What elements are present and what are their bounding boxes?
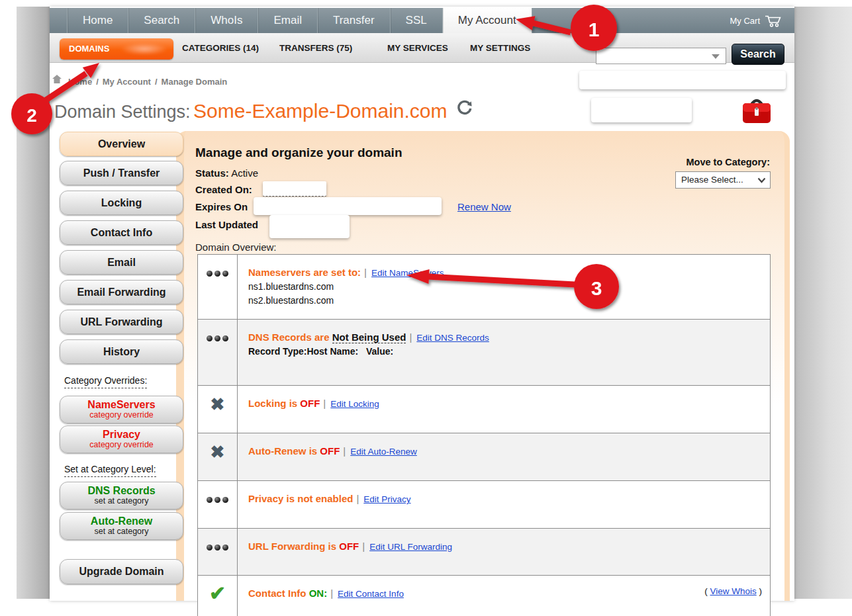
row-edit-link-4[interactable]: Edit Privacy	[363, 494, 410, 504]
top-nav-tab-whois[interactable]: WhoIs	[195, 8, 258, 33]
sidebar-override-nameservers-subtitle: category override	[60, 410, 183, 419]
row-title-line: URL Forwarding is OFF|Edit URL Forwardin…	[248, 541, 452, 552]
pipe-separator: |	[356, 493, 359, 504]
sub-nav-domains-button[interactable]: DOMAINS	[60, 38, 173, 60]
top-nav-tab-email[interactable]: Email	[258, 8, 318, 33]
overview-row-0: Nameservers are set to:|Edit NameServers…	[198, 255, 770, 320]
dots-icon	[207, 269, 228, 277]
row-icon-cell	[198, 529, 238, 575]
move-to-category-label: Move to Category:	[626, 157, 770, 167]
chevron-down-icon	[712, 54, 720, 59]
domains-label: DOMAINS	[69, 44, 109, 54]
row-title-part: Contact Info	[248, 588, 307, 599]
sidebar-item-overview[interactable]: Overview	[60, 132, 183, 156]
dots-icon	[207, 334, 228, 342]
sidebar-override-privacy[interactable]: Privacycategory override	[60, 425, 183, 453]
breadcrumb-current: Manage Domain	[162, 77, 228, 87]
row-detail-line: ns2.bluestardns.com	[248, 295, 444, 306]
row-detail-line: ns1.bluestardns.com	[248, 281, 444, 292]
row-icon-cell	[198, 481, 238, 528]
page-title: Domain Settings: Some-Example-Domain.com	[54, 99, 473, 122]
row-icon-cell: ✔	[198, 576, 238, 616]
row-edit-link-3[interactable]: Edit Auto-Renew	[350, 447, 417, 457]
status-line: Status: Active	[195, 167, 258, 179]
sidebar-item-url-forwarding[interactable]: URL Forwarding	[60, 310, 183, 334]
dot	[214, 335, 220, 341]
breadcrumb-home[interactable]: Home	[68, 77, 92, 87]
row-icon-cell: ✖	[198, 386, 238, 433]
row-icon-cell	[198, 255, 238, 319]
sidebar-override-nameservers[interactable]: NameServerscategory override	[60, 396, 183, 423]
sidebar-override-nameservers-title: NameServers	[60, 399, 183, 410]
row-title-part: OFF	[339, 541, 359, 552]
top-nav: HomeSearchWhoIsEmailTransferSSLMy Accoun…	[50, 8, 794, 33]
sidebar-item-push-transfer[interactable]: Push / Transfer	[60, 161, 183, 185]
sub-nav-item-0[interactable]: CATEGORIES (14)	[182, 33, 259, 63]
top-nav-tab-transfer[interactable]: Transfer	[318, 8, 391, 33]
window-left-strip	[17, 7, 50, 599]
row-body: Locking is OFF|Edit Locking	[238, 386, 390, 433]
my-cart-button[interactable]: My Cart	[730, 8, 783, 33]
sidebar-item-email-forwarding[interactable]: Email Forwarding	[60, 280, 183, 304]
sidebar-item-locking[interactable]: Locking	[60, 191, 183, 215]
sidebar-item-contact-info[interactable]: Contact Info	[60, 220, 183, 245]
row-title-line: Locking is OFF|Edit Locking	[248, 398, 379, 409]
row-body: URL Forwarding is OFF|Edit URL Forwardin…	[238, 529, 463, 575]
row-title-part: URL Forwarding is	[248, 541, 336, 552]
sidebar-upgrade-domain-button[interactable]: Upgrade Domain	[60, 559, 183, 584]
pipe-separator: |	[323, 398, 326, 409]
sidebar-category-dns-records[interactable]: DNS Recordsset at category	[60, 482, 183, 509]
dot	[222, 335, 228, 341]
breadcrumb: Home/My Account/Manage Domain	[68, 77, 227, 87]
overview-row-1: DNS Records are Not Being Used|Edit DNS …	[198, 320, 770, 386]
chevron-down-icon	[757, 177, 766, 183]
row-title-part: Privacy is not enabled	[248, 493, 353, 504]
refresh-icon[interactable]	[457, 99, 473, 115]
search-button[interactable]: Search	[732, 44, 784, 65]
sidebar-category-auto-renew[interactable]: Auto-Renewset at category	[60, 512, 183, 540]
dot	[214, 497, 220, 503]
category-overrides-heading: Category Overrides:	[64, 375, 147, 388]
row-edit-link-0[interactable]: Edit NameServers	[371, 268, 444, 278]
view-whois-link[interactable]: View Whois	[710, 586, 756, 596]
breadcrumb-my-account[interactable]: My Account	[103, 77, 151, 87]
category-select[interactable]: Please Select...	[675, 171, 771, 189]
top-nav-tab-search[interactable]: Search	[128, 8, 195, 33]
sub-nav-item-1[interactable]: TRANSFERS (75)	[279, 33, 352, 63]
domain-search-combobox[interactable]	[596, 48, 726, 64]
row-edit-link-1[interactable]: Edit DNS Records	[416, 333, 489, 343]
row-title-part: OFF	[320, 445, 340, 457]
page: HomeSearchWhoIsEmailTransferSSLMy Accoun…	[50, 7, 794, 601]
row-body: Auto-Renew is OFF|Edit Auto-Renew	[238, 433, 428, 480]
row-edit-link-6[interactable]: Edit Contact Info	[338, 589, 404, 599]
row-icon-cell	[198, 320, 238, 385]
my-cart-label: My Cart	[730, 16, 761, 26]
row-edit-link-2[interactable]: Edit Locking	[330, 399, 379, 409]
renew-now-link[interactable]: Renew Now	[457, 201, 511, 212]
status-label: Status:	[195, 167, 229, 179]
dot	[222, 545, 228, 550]
sidebar-item-history[interactable]: History	[60, 339, 183, 364]
dot	[222, 497, 228, 503]
last-updated-label: Last Updated	[195, 219, 258, 230]
x-icon: ✖	[211, 445, 225, 480]
row-title-part: Locking is	[248, 398, 297, 409]
row-title-part: Auto-Renew is	[248, 445, 317, 457]
redacted-box	[269, 215, 350, 238]
row-title-part: ON:	[309, 588, 328, 599]
toolbox-icon[interactable]	[740, 94, 773, 127]
sidebar-category-auto-renew-title: Auto-Renew	[60, 515, 183, 527]
top-nav-tab-home[interactable]: Home	[67, 8, 128, 33]
redacted-box	[254, 197, 442, 215]
top-nav-tab-ssl[interactable]: SSL	[391, 8, 443, 33]
sub-nav-item-2[interactable]: MY SERVICES	[387, 33, 448, 63]
cart-icon	[765, 15, 782, 27]
sub-nav-item-3[interactable]: MY SETTINGS	[470, 33, 530, 63]
sidebar-item-email[interactable]: Email	[60, 250, 183, 275]
row-edit-link-5[interactable]: Edit URL Forwarding	[369, 542, 452, 552]
sidebar-category-dns-records-subtitle: set at category	[60, 496, 183, 506]
page-title-prefix: Domain Settings:	[54, 102, 191, 122]
overview-row-3: ✖Auto-Renew is OFF|Edit Auto-Renew	[198, 433, 770, 481]
top-nav-tab-my-account[interactable]: My Account	[443, 8, 532, 33]
dot	[207, 545, 213, 550]
